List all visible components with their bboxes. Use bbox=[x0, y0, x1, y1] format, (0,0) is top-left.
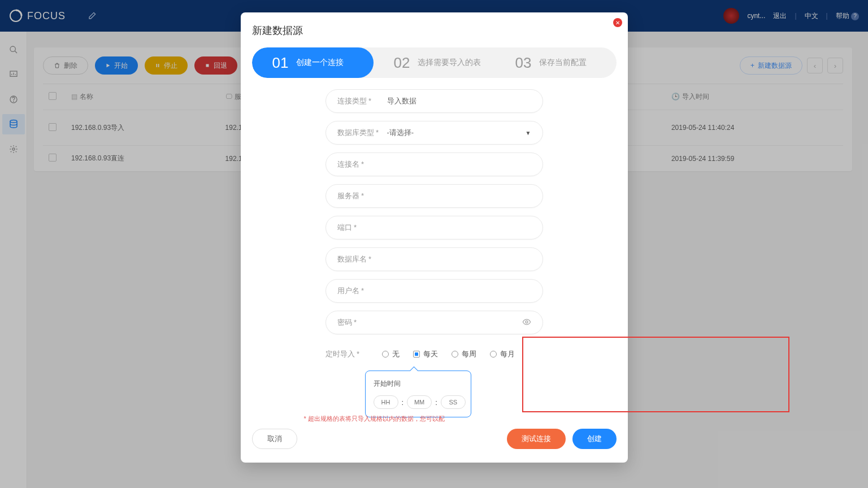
close-icon[interactable]: ✕ bbox=[613, 18, 622, 27]
password-field[interactable]: 密码 * bbox=[326, 311, 543, 334]
create-button[interactable]: 创建 bbox=[572, 429, 617, 449]
time-ss-input[interactable] bbox=[441, 395, 466, 409]
warning-text: * 超出规格的表将只导入规格以内的数据，您可以配 bbox=[304, 415, 445, 423]
schedule-row: 定时导入 * 无 每天 每周 每月 bbox=[326, 342, 543, 366]
modal-title: 新建数据源 bbox=[252, 24, 617, 37]
test-connection-button[interactable]: 测试连接 bbox=[507, 429, 566, 449]
schedule-weekly[interactable]: 每周 bbox=[452, 349, 476, 359]
time-mm-input[interactable] bbox=[407, 395, 432, 409]
eye-icon[interactable] bbox=[522, 317, 531, 328]
conn-type-field[interactable]: 连接类型 * 导入数据 bbox=[326, 89, 543, 113]
username-field[interactable]: 用户名 * bbox=[326, 279, 543, 303]
schedule-none[interactable]: 无 bbox=[382, 349, 400, 359]
stepper: 01 创建一个连接 02 选择需要导入的表 03 保存当前配置 bbox=[252, 47, 617, 78]
step-1[interactable]: 01 创建一个连接 bbox=[252, 47, 374, 78]
step-3[interactable]: 03 保存当前配置 bbox=[495, 47, 617, 78]
time-popover: 开始时间 : : bbox=[365, 371, 471, 417]
port-field[interactable]: 端口 * bbox=[326, 216, 543, 239]
dbname-field[interactable]: 数据库名 * bbox=[326, 247, 543, 271]
schedule-daily[interactable]: 每天 bbox=[413, 349, 438, 359]
modal-overlay: ✕ 新建数据源 01 创建一个连接 02 选择需要导入的表 03 保存当前配置 … bbox=[0, 0, 868, 488]
conn-name-field[interactable]: 连接名 * bbox=[326, 152, 543, 176]
step-2[interactable]: 02 选择需要导入的表 bbox=[374, 47, 495, 78]
svg-point-14 bbox=[526, 321, 528, 323]
chevron-down-icon: ▼ bbox=[526, 130, 531, 136]
server-field[interactable]: 服务器 * bbox=[326, 184, 543, 208]
schedule-monthly[interactable]: 每月 bbox=[490, 349, 515, 359]
db-type-field[interactable]: 数据库类型 * -请选择- ▼ bbox=[326, 121, 543, 145]
new-datasource-modal: ✕ 新建数据源 01 创建一个连接 02 选择需要导入的表 03 保存当前配置 … bbox=[241, 12, 628, 463]
time-hh-input[interactable] bbox=[374, 395, 398, 409]
cancel-button[interactable]: 取消 bbox=[252, 429, 297, 449]
